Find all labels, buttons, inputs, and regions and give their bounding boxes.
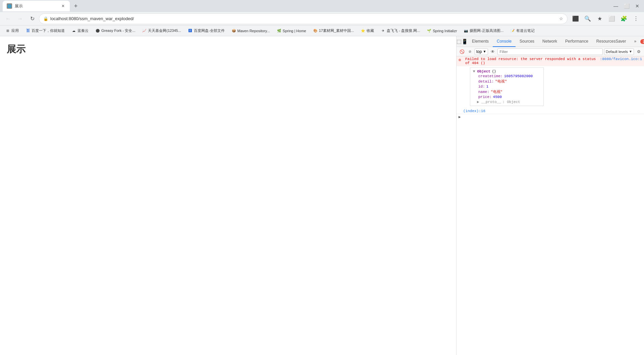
object-field-createtime: createtime: 1605795082000 [473,74,541,79]
tab-favicon: 🌐 [7,3,12,9]
devtools-more-tabs[interactable]: » [630,36,641,47]
bookmark-icon[interactable]: ★ [594,13,605,24]
devtools-tab-sources[interactable]: Sources [516,36,538,47]
star-icon[interactable]: ☆ [559,16,563,21]
bookmark-baidupan[interactable]: 🅱 百度网盘-全部文件 [185,27,227,35]
spring-icon: 🌿 [277,29,281,33]
console-context-selector[interactable]: top ▼ [475,48,488,55]
devtools-tab-console[interactable]: Console [493,36,516,47]
tab-close-button[interactable]: ✕ [60,3,66,9]
expand-icon: ▶ [459,115,461,119]
17sucai-icon: 🎨 [313,29,318,33]
object-expand-toggle[interactable]: ▼ [473,69,475,73]
console-filter-input[interactable] [497,48,603,55]
tab-title: 展示 [15,3,58,9]
bookmark-tianjijin[interactable]: 📈 天天基金网(12345... [139,27,183,35]
lock-icon: 🔒 [43,16,48,21]
devtools-device-button[interactable]: 📱 [462,38,468,46]
devtools-panel: ⬚ 📱 Elements Console Sources Network Per… [456,36,644,355]
error-count-badge: 1 [640,39,644,44]
back-button[interactable]: ← [3,13,13,24]
proto-key: __proto__ [481,100,501,104]
close-window-button[interactable]: ✕ [633,2,641,10]
bookmark-label: 17素材网_素材中国... [319,28,354,33]
object-field-detail: detail: "电视" [473,79,541,84]
object-field-id: id: 1 [473,84,541,89]
cast-icon[interactable]: ⬛ [570,13,581,24]
bookmark-springinitializr[interactable]: 🌱 Spring Initializr [424,27,460,35]
youdao-icon: 📝 [510,29,515,33]
chevron-down-icon: ▼ [629,50,632,53]
devtools-tab-resourcessaver[interactable]: ResourcesSaver [592,36,630,47]
bookmark-panfeifei[interactable]: ✈ 盘飞飞 - 盘搜搜.网... [378,27,423,35]
browser-tab[interactable]: 🌐 展示 ✕ [3,1,70,11]
minimize-button[interactable]: — [612,2,620,10]
console-levels-dropdown[interactable]: Default levels ▼ [604,48,634,55]
bookmark-label: 蓝奏云 [77,28,89,33]
object-field-proto[interactable]: ▶ __proto__ : Object [473,99,541,104]
springinitializr-icon: 🌱 [427,29,431,33]
settings-icon[interactable]: ⋮ [631,13,641,24]
browser-toolbar: ← → ↻ 🔒 localhost:8080/ssm_maven_war_exp… [0,12,644,26]
bookmark-label: 应用 [11,28,19,33]
console-toolbar: 🚫 ⊘ top ▼ 👁 Default levels ▼ ⚙ [457,47,644,56]
main-area: 展示 ⬚ 📱 Elements Console Sources Network [0,36,644,355]
bookmark-spring[interactable]: 🌿 Spring | Home [274,27,309,35]
bookmark-apps[interactable]: ⊞ 应用 [3,27,21,35]
bookmark-shetu[interactable]: 📷 摄图网-正版高清图... [461,27,506,35]
chevron-down-icon: ▼ [483,50,486,53]
bookmark-baidu[interactable]: 百 百度一下，你就知道 [23,27,67,35]
zoom-icon[interactable]: 🔍 [582,13,593,24]
proto-expand-toggle[interactable]: ▶ [477,100,479,104]
console-expand-row[interactable]: ▶ [457,114,644,120]
bookmark-label: 有道云笔记 [516,28,535,33]
console-object-entry: ▼ Object {} createtime: 1605795082000 de… [457,66,644,114]
object-field-price: price: 4500 [473,95,541,99]
console-watch-button[interactable]: 👁 [489,48,496,55]
bookmark-17sucai[interactable]: 🎨 17素材网_素材中国... [310,27,357,35]
devtools-tab-elements[interactable]: Elements [468,36,493,47]
baidu-icon: 百 [25,29,30,33]
bookmark-label: Greasy Fork - 安全... [101,28,135,33]
console-clear-button[interactable]: 🚫 [459,48,465,55]
bookmark-label: 盘飞飞 - 盘搜搜.网... [387,28,420,33]
field-value: "电视" [495,79,507,84]
baidupan-icon: 🅱 [188,29,193,33]
new-tab-button[interactable]: + [71,1,80,11]
object-header-line: ▼ Object {} [473,69,541,74]
object-type-label: Object [477,69,491,73]
devtools-tab-network[interactable]: Network [538,36,561,47]
console-object-display: ▼ Object {} createtime: 1605795082000 de… [470,67,544,106]
bookmark-youdao[interactable]: 📝 有道云笔记 [507,27,537,35]
devtools-tab-performance[interactable]: Performance [561,36,592,47]
address-bar[interactable]: 🔒 localhost:8080/ssm_maven_war_exploded/… [39,13,568,24]
console-error-location[interactable]: :8080/favicon.ico:1 [600,57,642,61]
field-value: "电视" [491,89,502,94]
console-settings-button[interactable]: ⚙ [635,48,642,55]
apps-icon: ⊞ [5,29,10,33]
shetu-icon: 📷 [464,29,468,33]
object-source-ref: (index):16 [463,109,485,113]
devtools-inspect-button[interactable]: ⬚ [457,38,462,46]
error-icon: ⊗ [459,57,463,63]
forward-button[interactable]: → [15,13,25,24]
devtools-header: ⬚ 📱 Elements Console Sources Network Per… [457,36,644,47]
collect-icon: ⭐ [361,29,365,33]
bookmark-lanzou[interactable]: ☁ 蓝奏云 [69,27,91,35]
tab-bar: 🌐 展示 ✕ + — ⬜ ✕ [0,0,644,12]
object-source-location[interactable]: (index):16 [463,109,485,113]
field-key: name: [478,90,489,94]
context-label: top [476,49,482,54]
field-value: 1605795082000 [504,74,533,78]
page-content: 展示 [0,36,456,355]
extensions-icon[interactable]: 🧩 [619,13,629,24]
reload-button[interactable]: ↻ [27,13,38,24]
console-preserve-log-button[interactable]: ⊘ [467,48,473,55]
bookmark-collect[interactable]: ⭐ 收藏 [358,27,377,35]
maximize-button[interactable]: ⬜ [623,2,631,10]
profile-icon[interactable]: ⬜ [606,13,617,24]
bookmark-greasyfork[interactable]: ⚫ Greasy Fork - 安全... [93,27,138,35]
bookmark-maven[interactable]: 📦 Maven Repository... [229,27,273,35]
browser-window: 🌐 展示 ✕ + — ⬜ ✕ ← → ↻ 🔒 localhost:8080/ss… [0,0,644,355]
bookmark-label: Spring | Home [283,29,306,33]
